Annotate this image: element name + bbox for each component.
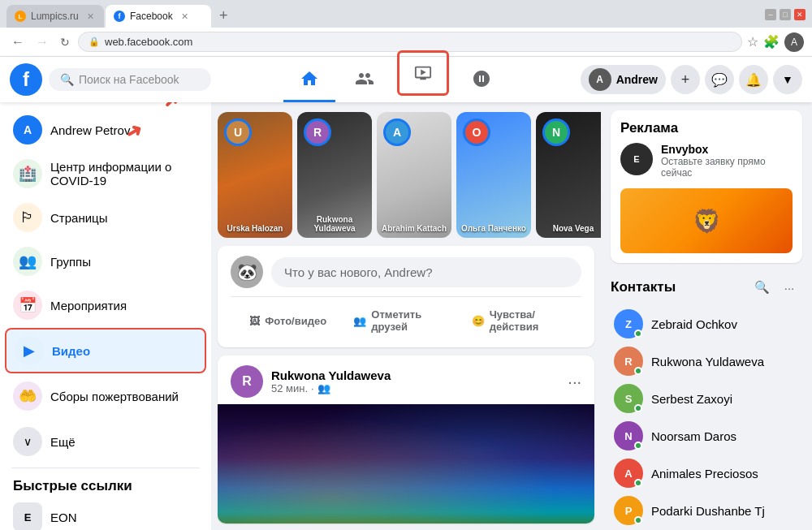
story-avatar-rukwona: R xyxy=(304,118,331,146)
stories-row: U Urska Halozan R Rukwona Yuldaweva A Ab… xyxy=(218,112,594,238)
story-avatar-olga: О xyxy=(463,118,490,146)
feeling-icon: 😊 xyxy=(472,315,485,327)
sidebar-item-fundraiser[interactable]: 🤲 Сборы пожертвований xyxy=(5,375,206,417)
browser-tab-lumpics[interactable]: L Lumpics.ru ✕ xyxy=(6,5,104,28)
ad-box: Реклама E Envybox Оставьте заявку прямо … xyxy=(611,110,802,263)
contact-item-noorsam[interactable]: N Noorsam Daros xyxy=(611,417,802,455)
post-author-name[interactable]: Rukwona Yuldaweva xyxy=(271,368,559,382)
fb-app: f 🔍 Поиск на Facebook A Andrew + xyxy=(0,57,812,530)
contact-item-serbest[interactable]: S Serbest Zaxoyi xyxy=(611,380,802,417)
nav-messenger-button[interactable]: 💬 xyxy=(705,65,734,94)
ad-logo: E xyxy=(620,143,653,175)
maximize-button[interactable]: □ xyxy=(780,9,791,20)
sidebar-item-covid[interactable]: 🏥 Центр информации о COVID-19 xyxy=(5,153,206,195)
quick-link-eon[interactable]: E EON xyxy=(5,498,206,530)
contact-name-rukwona: Rukwona Yuldaweva xyxy=(651,355,764,368)
post-user-avatar: 🐼 xyxy=(231,256,263,288)
minimize-button[interactable]: – xyxy=(765,9,776,20)
events-label: Мероприятия xyxy=(50,299,127,312)
quick-links-title: Быстрые ссылки xyxy=(5,473,206,498)
nav-friends-button[interactable] xyxy=(339,57,391,102)
ad-title: Реклама xyxy=(620,120,793,136)
sidebar-divider xyxy=(11,468,200,468)
feeling-label: Чувства/действия xyxy=(490,308,577,333)
story-avatar-urska: U xyxy=(224,118,252,146)
nav-home-button[interactable] xyxy=(283,57,335,102)
tag-icon: 👥 xyxy=(353,315,366,327)
post-time: 52 мин. xyxy=(271,382,308,394)
story-olga[interactable]: О Ольга Панченко xyxy=(456,112,531,238)
lumpics-tab-label: Lumpics.ru xyxy=(31,11,79,22)
post-privacy: 👥 xyxy=(317,382,330,394)
extensions-icon[interactable]: 🧩 xyxy=(763,34,780,50)
right-sidebar: Реклама E Envybox Оставьте заявку прямо … xyxy=(601,102,812,530)
star-icon[interactable]: ☆ xyxy=(747,34,758,50)
browser-chrome: L Lumpics.ru ✕ f Facebook ✕ + – □ ✕ ← → … xyxy=(0,0,812,57)
pages-label: Страницы xyxy=(50,211,107,225)
story-name-urska: Urska Halozan xyxy=(221,224,289,233)
contact-name-zebraid: Zebraid Ochkov xyxy=(651,317,737,331)
nav-watch-button[interactable] xyxy=(397,50,449,96)
contact-item-zebraid[interactable]: Z Zebraid Ochkov xyxy=(611,305,802,343)
center-feed: U Urska Halozan R Rukwona Yuldaweva A Ab… xyxy=(211,102,601,530)
more-label: Ещё xyxy=(50,435,76,449)
fundraiser-icon: 🤲 xyxy=(13,381,42,411)
story-urska[interactable]: U Urska Halozan xyxy=(218,112,292,238)
fb-tab-close[interactable]: ✕ xyxy=(181,11,188,22)
contacts-more-button[interactable]: ··· xyxy=(776,274,802,300)
search-placeholder-text: Поиск на Facebook xyxy=(79,73,179,86)
sidebar-item-video[interactable]: ▶ Видео xyxy=(5,328,206,373)
fb-logo[interactable]: f xyxy=(10,63,42,96)
photo-icon: 🖼 xyxy=(249,315,260,327)
sidebar-more-button[interactable]: ∨ Ещё xyxy=(5,420,206,463)
post-box-top: 🐼 Что у вас нового, Andrew? xyxy=(231,256,581,288)
contacts-search-button[interactable]: 🔍 xyxy=(749,274,775,300)
fb-topnav: f 🔍 Поиск на Facebook A Andrew + xyxy=(0,57,812,102)
contact-item-animales[interactable]: A Animales Preciosos xyxy=(611,455,802,492)
story-nova[interactable]: N Nova Vega xyxy=(536,112,601,238)
lumpics-tab-close[interactable]: ✕ xyxy=(87,11,94,22)
post-placeholder-text: Что у вас нового, Andrew? xyxy=(284,265,432,279)
story-abrahim[interactable]: A Abrahim Kattach xyxy=(377,112,451,238)
nav-notifications-button[interactable]: 🔔 xyxy=(739,65,768,94)
nav-user-chip[interactable]: A Andrew xyxy=(581,65,666,94)
nav-add-button[interactable]: + xyxy=(671,65,700,94)
browser-tab-facebook[interactable]: f Facebook ✕ xyxy=(106,5,211,28)
nav-groups-button[interactable] xyxy=(456,57,508,102)
post-action-feeling[interactable]: 😊 Чувства/действия xyxy=(467,304,581,338)
back-button[interactable]: ← xyxy=(8,33,28,51)
ad-item: E Envybox Оставьте заявку прямо сейчас xyxy=(620,143,793,182)
forward-button[interactable]: → xyxy=(32,33,52,51)
post-input-field[interactable]: Что у вас нового, Andrew? xyxy=(271,257,581,287)
ad-image[interactable]: 🦁 xyxy=(620,188,793,253)
contacts-header: Контакты 🔍 ··· xyxy=(611,274,802,300)
contact-item-podarki[interactable]: P Podarki Dushanbe Tj xyxy=(611,492,802,529)
search-box[interactable]: 🔍 Поиск на Facebook xyxy=(49,68,211,91)
video-label: Видео xyxy=(52,344,90,358)
address-bar[interactable]: 🔒 web.facebook.com xyxy=(78,32,742,52)
story-rukwona[interactable]: R Rukwona Yuldaweva xyxy=(297,112,372,238)
video-icon: ▶ xyxy=(15,336,44,365)
eon-icon: E xyxy=(13,502,42,530)
eon-label: EON xyxy=(50,511,77,524)
home-icon xyxy=(300,69,319,88)
contact-item-rukwona[interactable]: R Rukwona Yuldaweva xyxy=(611,343,802,380)
post-action-photo[interactable]: 🖼 Фото/видео xyxy=(231,304,345,338)
user-avatar: A xyxy=(13,115,42,144)
post-more-button[interactable]: ··· xyxy=(568,373,581,391)
post-action-tag[interactable]: 👥 Отметить друзей xyxy=(348,304,463,338)
address-text: web.facebook.com xyxy=(105,36,192,48)
profile-icon[interactable]: A xyxy=(784,32,804,52)
nav-more-button[interactable]: ▼ xyxy=(773,65,802,94)
sidebar-item-groups[interactable]: 👥 Группы xyxy=(5,240,206,282)
photo-label: Фото/видео xyxy=(265,315,326,327)
close-button[interactable]: ✕ xyxy=(794,9,806,20)
refresh-button[interactable]: ↻ xyxy=(57,34,73,50)
contact-avatar-zebraid: Z xyxy=(614,309,643,338)
new-tab-button[interactable]: + xyxy=(213,7,235,24)
sidebar-item-pages[interactable]: 🏳 Страницы xyxy=(5,196,206,239)
sidebar-user-item[interactable]: A Andrew Petrov xyxy=(5,109,206,151)
sidebar-item-events[interactable]: 📅 Мероприятия xyxy=(5,284,206,326)
post-privacy-icon: · xyxy=(311,382,314,394)
story-name-nova: Nova Vega xyxy=(539,224,601,233)
